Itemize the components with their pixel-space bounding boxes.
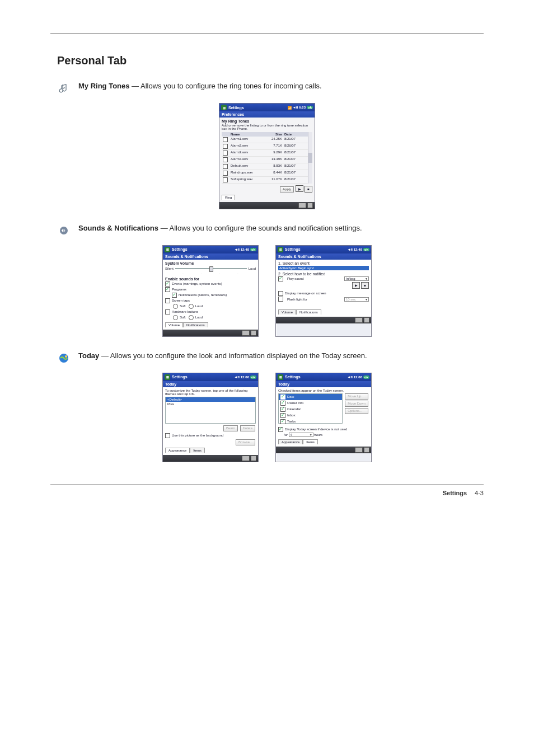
today-text: Today — Allows you to configure the look… <box>78 351 484 361</box>
today-items-screenshot: ⊞Settings ◄ﬂ 12:06ok Today Checked items… <box>275 373 372 462</box>
use-picture-checkbox[interactable] <box>165 433 170 438</box>
items-listbox[interactable]: DateOwner InfoCalendarInboxTasks <box>278 393 343 424</box>
stop-icon[interactable]: ■ <box>305 186 312 192</box>
table-row[interactable]: Alarm1.wav24.25K8/21/07 <box>222 137 308 143</box>
tab-appearance[interactable]: Appearance <box>278 439 303 444</box>
menu-arrow-icon[interactable] <box>251 456 256 461</box>
today-icon <box>57 351 71 365</box>
page-heading: Personal Tab <box>57 54 484 67</box>
delete-button[interactable]: Delete <box>240 425 255 431</box>
table-row[interactable]: Alarm3.wav9.29K8/21/07 <box>222 150 308 157</box>
today-appearance-screenshot: ⊞Settings ◄ﬂ 12:06ok Today To customize … <box>162 373 259 462</box>
stop-icon[interactable]: ■ <box>361 282 369 289</box>
tab-notifications[interactable]: Notifications <box>296 309 321 314</box>
page-footer: Settings4-3 <box>50 485 484 496</box>
display-today-checkbox[interactable] <box>278 427 283 432</box>
ringtone-text: My Ring Tones — Allows you to configure … <box>78 82 484 91</box>
event-select[interactable]: ActiveSync: Begin sync <box>278 266 369 270</box>
menu-arrow-icon[interactable] <box>364 447 369 453</box>
tab-notifications[interactable]: Notifications <box>183 322 208 327</box>
keyboard-icon[interactable] <box>242 456 250 461</box>
flash-duration-select[interactable]: 10 sec <box>344 297 369 302</box>
tab-appearance[interactable]: Appearance <box>165 448 190 453</box>
keyboard-icon[interactable] <box>355 447 363 453</box>
tab-items[interactable]: Items <box>303 439 318 444</box>
tab-ring[interactable]: Ring <box>222 195 235 200</box>
play-sound-checkbox[interactable] <box>278 276 283 281</box>
theme-listbox[interactable]: <Default> Pisa <box>165 397 256 424</box>
move-down-button[interactable]: Move Down <box>345 401 368 407</box>
table-row[interactable]: Default.wav8.83K8/21/07 <box>222 163 308 170</box>
tab-volume[interactable]: Volume <box>278 309 296 314</box>
keyboard-icon[interactable] <box>355 317 363 323</box>
svg-point-0 <box>60 227 68 234</box>
ringtones-screenshot: ⊞Settings 📶◄ﬂ 6:23ok Preferences My Ring… <box>219 103 315 209</box>
move-up-button[interactable]: Move Up <box>345 393 368 400</box>
volume-slider[interactable] <box>175 266 247 271</box>
keyboard-icon[interactable] <box>298 203 306 208</box>
table-row[interactable]: Alarm2.wav7.71K8/26/07 <box>222 143 308 150</box>
apply-button[interactable]: Apply <box>280 186 294 192</box>
sounds-text: Sounds & Notifications — Allows you to c… <box>78 224 484 233</box>
sounds-icon <box>57 224 71 237</box>
table-row[interactable]: Softspring.wav11.07K8/21/07 <box>222 177 308 184</box>
table-row[interactable]: Alarm4.wav13.39K8/21/07 <box>222 157 308 163</box>
flash-light-checkbox[interactable] <box>278 297 283 302</box>
menu-arrow-icon[interactable] <box>307 203 313 208</box>
sounds-notifications-screenshot: ⊞Settings ◄ﬂ 12:48ok Sounds & Notificati… <box>275 245 372 337</box>
hours-select[interactable]: 4 <box>289 433 313 437</box>
sound-select[interactable]: Infbeg <box>344 276 369 281</box>
sounds-volume-screenshot: ⊞Settings ◄ﬂ 12:48ok Sounds & Notificati… <box>162 245 259 337</box>
menu-arrow-icon[interactable] <box>364 317 369 323</box>
ringtone-icon <box>57 82 71 95</box>
browse-button[interactable]: Browse... <box>236 439 255 445</box>
tab-volume[interactable]: Volume <box>165 322 183 327</box>
play-icon[interactable]: ▶ <box>352 282 360 289</box>
svg-point-2 <box>65 355 67 358</box>
display-message-checkbox[interactable] <box>278 291 283 296</box>
table-row[interactable]: Raindrops.wav8.44K8/21/07 <box>222 170 308 177</box>
options-button[interactable]: Options... <box>345 408 368 414</box>
menu-arrow-icon[interactable] <box>251 330 256 336</box>
tab-items[interactable]: Items <box>190 448 205 453</box>
beam-button[interactable]: Beam <box>223 425 238 431</box>
keyboard-icon[interactable] <box>242 330 250 336</box>
play-icon[interactable]: ▶ <box>296 185 303 192</box>
